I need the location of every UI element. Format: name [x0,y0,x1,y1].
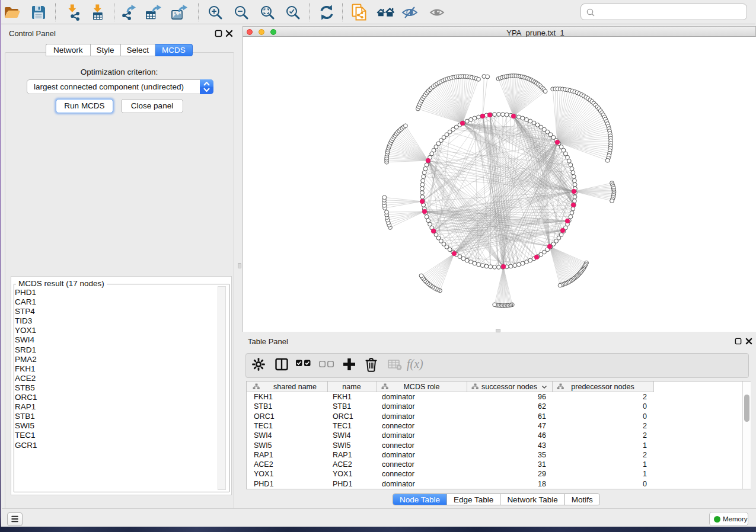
svg-text:f(x): f(x) [407,357,423,371]
